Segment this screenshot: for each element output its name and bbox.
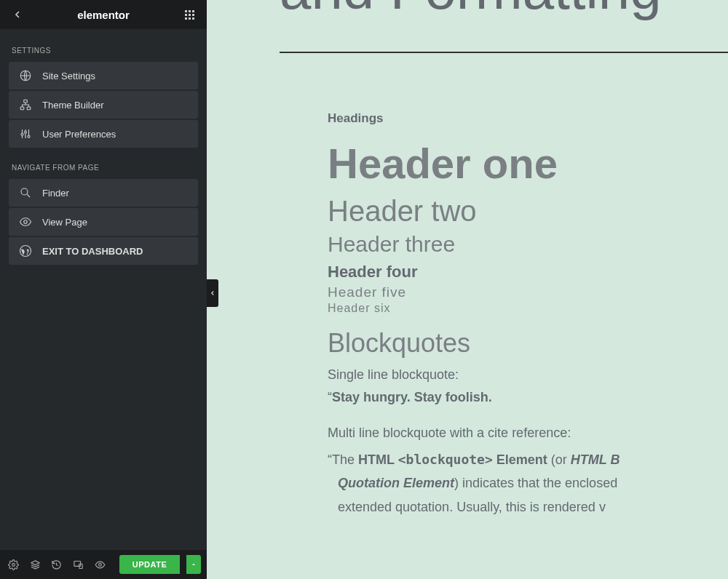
svg-point-7 [21,188,28,195]
svg-point-13 [98,563,101,566]
sliders-icon [19,127,32,140]
headings-label: Headings [328,111,728,126]
svg-point-8 [24,220,28,224]
sitemap-icon [19,98,32,111]
svg-rect-3 [27,107,31,110]
single-blockquote-label: Single line blockquote: [328,367,728,383]
multi-blockquote: The HTML <blockquote> Element (or HTML B… [328,448,728,519]
divider [280,52,728,53]
header-three: Header three [328,232,728,257]
app-logo: elementor [26,9,181,21]
navigator-button[interactable] [28,556,44,573]
multi-blockquote-label: Multi line blockquote with a cite refere… [328,426,728,441]
svg-point-6 [28,135,30,137]
svg-point-10 [12,563,15,566]
collapse-panel-button[interactable] [207,279,218,307]
navigate-section-label: NAVIGATE FROM PAGE [12,164,195,172]
exit-to-dashboard-item[interactable]: EXIT TO DASHBOARD [9,237,198,265]
user-preferences-item[interactable]: User Preferences [9,120,198,148]
menu-label: View Page [42,217,87,228]
preview-canvas[interactable]: and Formatting Headings Header one Heade… [207,0,728,579]
view-page-item[interactable]: View Page [9,208,198,236]
svg-point-9 [20,246,31,257]
settings-section-label: SETTINGS [12,47,195,55]
preview-button[interactable] [92,556,108,573]
grid-icon [185,10,194,20]
header-five: Header five [328,284,728,300]
settings-button[interactable] [6,556,22,573]
svg-point-4 [21,133,23,135]
svg-rect-1 [24,100,28,103]
panel-footer: UPDATE [0,550,207,579]
menu-label: Site Settings [42,71,95,81]
panel-body: SETTINGS Site Settings Theme Builder Use… [0,29,207,550]
responsive-button[interactable] [71,556,87,573]
globe-icon [19,69,32,82]
header-one: Header one [328,139,728,188]
menu-label: EXIT TO DASHBOARD [42,246,143,257]
search-icon [19,186,32,199]
blockquotes-heading: Blockquotes [328,328,728,359]
header-two: Header two [328,195,728,228]
update-options-button[interactable] [186,555,201,574]
menu-label: Finder [42,188,69,199]
single-blockquote: Stay hungry. Stay foolish. [328,390,728,405]
history-button[interactable] [49,556,65,573]
back-button[interactable] [9,9,26,20]
menu-label: User Preferences [42,129,116,140]
theme-builder-item[interactable]: Theme Builder [9,91,198,119]
update-button[interactable]: UPDATE [119,555,180,574]
eye-icon [19,215,32,228]
finder-item[interactable]: Finder [9,179,198,207]
site-settings-item[interactable]: Site Settings [9,62,198,89]
page-title: and Formatting [280,0,728,23]
svg-rect-2 [20,107,24,110]
wordpress-icon [19,244,32,257]
menu-label: Theme Builder [42,100,104,111]
svg-point-5 [25,131,27,133]
header-six: Header six [328,302,728,315]
sidebar-panel: elementor SETTINGS Site Settings Theme B… [0,0,207,579]
widgets-grid-button[interactable] [181,10,198,20]
panel-header: elementor [0,0,207,29]
header-four: Header four [328,263,728,281]
content-area: Headings Header one Header two Header th… [280,111,728,519]
